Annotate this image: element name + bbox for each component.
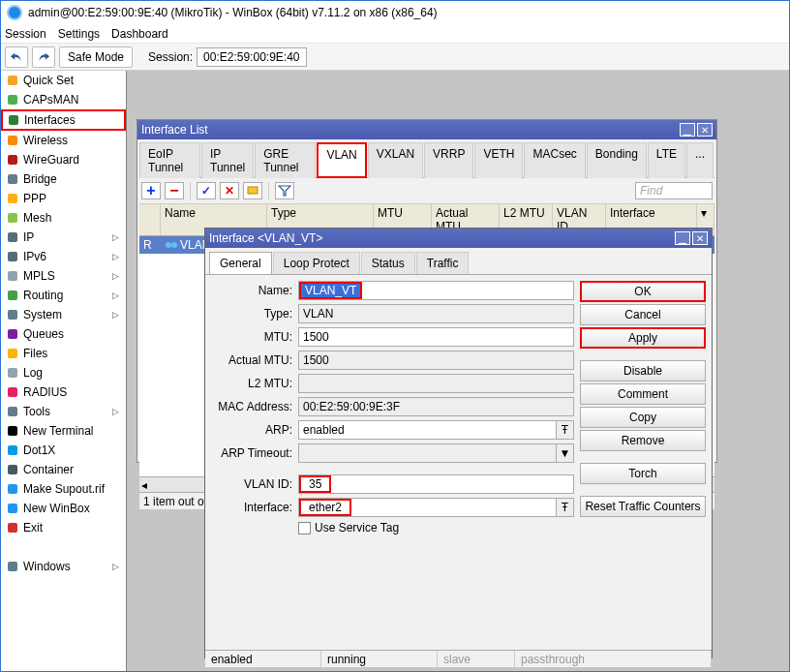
tab-gre-tunnel[interactable]: GRE Tunnel — [255, 142, 316, 178]
torch-button[interactable]: Torch — [580, 463, 706, 484]
sidebar-item-radius[interactable]: RADIUS — [1, 382, 126, 402]
menu-settings[interactable]: Settings — [58, 27, 100, 41]
sidebar-item-files[interactable]: Files — [1, 344, 126, 363]
dlg-minimize-icon[interactable]: ▁ — [675, 231, 690, 245]
sidebar-item-quick-set[interactable]: Quick Set — [1, 71, 126, 90]
bridge-icon — [6, 172, 19, 186]
svg-rect-22 — [8, 504, 17, 513]
cancel-button[interactable]: Cancel — [580, 304, 706, 325]
sidebar-item-label: Windows — [23, 560, 108, 573]
chevron-down-icon[interactable]: Ŧ — [556, 499, 573, 516]
tab-eoip-tunnel[interactable]: EoIP Tunnel — [139, 142, 200, 178]
sidebar-item-dot1x[interactable]: Dot1X — [1, 441, 126, 460]
sidebar-item-capsman[interactable]: CAPsMAN — [1, 90, 126, 109]
name-input-wrapper[interactable]: VLAN_VT — [298, 281, 574, 300]
copy-button[interactable]: Copy — [580, 407, 706, 428]
sidebar-item-wireless[interactable]: Wireless — [1, 131, 126, 150]
arpt-label: ARP Timeout: — [211, 446, 298, 460]
disable-button[interactable]: Disable — [580, 360, 706, 382]
sidebar-item-container[interactable]: Container — [1, 460, 126, 479]
redo-button[interactable] — [32, 46, 55, 68]
find-input[interactable]: Find — [635, 182, 713, 199]
sidebar-item-new-terminal[interactable]: New Terminal — [1, 421, 126, 441]
sidebar-item-tools[interactable]: Tools▷ — [1, 402, 126, 421]
log-icon — [6, 366, 19, 380]
vlanid-input-wrapper[interactable]: 35 — [298, 474, 574, 494]
dot1x-icon — [6, 443, 19, 457]
comment-button[interactable]: Comment — [580, 383, 706, 405]
name-input[interactable]: VLAN_VT — [299, 282, 362, 299]
remove-button[interactable]: Remove — [580, 430, 706, 451]
tab-traffic[interactable]: Traffic — [416, 252, 470, 274]
minimize-icon[interactable]: ▁ — [680, 123, 695, 137]
tab--[interactable]: ... — [686, 142, 714, 178]
mtu-input[interactable]: 1500 — [298, 327, 574, 347]
sidebar-item-routing[interactable]: Routing▷ — [1, 286, 126, 305]
sidebar-item-windows[interactable]: Windows▷ — [1, 557, 126, 576]
dlg-close-icon[interactable]: ✕ — [692, 231, 708, 245]
sidebar-item-log[interactable]: Log — [1, 363, 126, 382]
tab-vxlan[interactable]: VXLAN — [368, 142, 423, 178]
sidebar-item-mpls[interactable]: MPLS▷ — [1, 266, 126, 286]
reset-counters-button[interactable]: Reset Traffic Counters — [580, 496, 706, 517]
tab-macsec[interactable]: MACsec — [524, 142, 585, 178]
safe-mode-button[interactable]: Safe Mode — [59, 46, 133, 68]
sidebar-item-label: PPP — [23, 192, 121, 205]
undo-button[interactable] — [5, 46, 28, 68]
queues-icon — [6, 327, 19, 341]
dialog-tabs: General Loop Protect Status Traffic — [205, 248, 712, 274]
tab-lte[interactable]: LTE — [648, 142, 685, 178]
add-button[interactable]: + — [141, 182, 161, 199]
arp-select[interactable]: enabled Ŧ — [298, 420, 574, 440]
use-service-tag-label: Use Service Tag — [315, 521, 399, 535]
menu-session[interactable]: Session — [5, 27, 46, 41]
expand-icon[interactable]: ▼ — [556, 444, 573, 462]
routing-icon — [6, 289, 19, 302]
sidebar-item-ppp[interactable]: PPP — [1, 189, 126, 208]
sidebar-item-label: New WinBox — [23, 502, 121, 515]
sidebar-item-wireguard[interactable]: WireGuard — [1, 150, 126, 169]
svg-rect-13 — [8, 329, 17, 339]
tab-veth[interactable]: VETH — [474, 142, 523, 178]
sidebar-item-mesh[interactable]: Mesh — [1, 208, 126, 228]
tab-bonding[interactable]: Bonding — [587, 142, 647, 178]
tab-loop-protect[interactable]: Loop Protect — [273, 252, 360, 274]
disable-button[interactable]: ✕ — [220, 182, 239, 199]
interface-select-wrapper[interactable]: ether2 Ŧ — [298, 498, 574, 517]
enable-button[interactable]: ✓ — [197, 182, 216, 199]
mac-label: MAC Address: — [211, 400, 298, 413]
tab-vlan[interactable]: VLAN — [317, 142, 366, 178]
tab-ip-tunnel[interactable]: IP Tunnel — [201, 142, 254, 178]
svg-rect-14 — [8, 349, 17, 358]
sidebar-item-label: Wireless — [23, 134, 121, 147]
sidebar-item-exit[interactable]: Exit — [1, 518, 126, 537]
tab-general[interactable]: General — [209, 252, 272, 274]
chevron-down-icon[interactable]: Ŧ — [556, 421, 573, 439]
tab-vrrp[interactable]: VRRP — [424, 142, 473, 178]
menu-dashboard[interactable]: Dashboard — [111, 27, 168, 41]
arpt-input[interactable]: ▼ — [298, 443, 574, 463]
scroll-left-icon[interactable]: ◂ — [141, 478, 147, 492]
sidebar-item-queues[interactable]: Queues — [1, 324, 126, 344]
sidebar-item-make-supout-rif[interactable]: Make Supout.rif — [1, 479, 126, 499]
apply-button[interactable]: Apply — [580, 327, 706, 349]
col-flag[interactable] — [139, 204, 161, 235]
tab-status[interactable]: Status — [361, 252, 415, 274]
sidebar-item-ip[interactable]: IP▷ — [1, 228, 126, 247]
filter-button[interactable] — [275, 182, 294, 199]
submenu-arrow-icon: ▷ — [112, 252, 119, 261]
sidebar-item-label: Files — [23, 347, 121, 360]
interface-select[interactable]: ether2 — [299, 499, 351, 516]
remove-button[interactable]: − — [165, 182, 184, 199]
svg-rect-10 — [8, 271, 17, 281]
vlanid-input[interactable]: 35 — [299, 475, 331, 493]
sidebar-item-bridge[interactable]: Bridge — [1, 169, 126, 189]
use-service-tag-checkbox[interactable] — [298, 522, 311, 535]
sidebar-item-system[interactable]: System▷ — [1, 305, 126, 324]
comment-button[interactable] — [243, 182, 262, 199]
ok-button[interactable]: OK — [580, 281, 706, 302]
sidebar-item-new-winbox[interactable]: New WinBox — [1, 499, 126, 518]
sidebar-item-interfaces[interactable]: Interfaces — [1, 109, 126, 131]
sidebar-item-ipv6[interactable]: IPv6▷ — [1, 247, 126, 266]
close-icon[interactable]: ✕ — [697, 123, 713, 137]
